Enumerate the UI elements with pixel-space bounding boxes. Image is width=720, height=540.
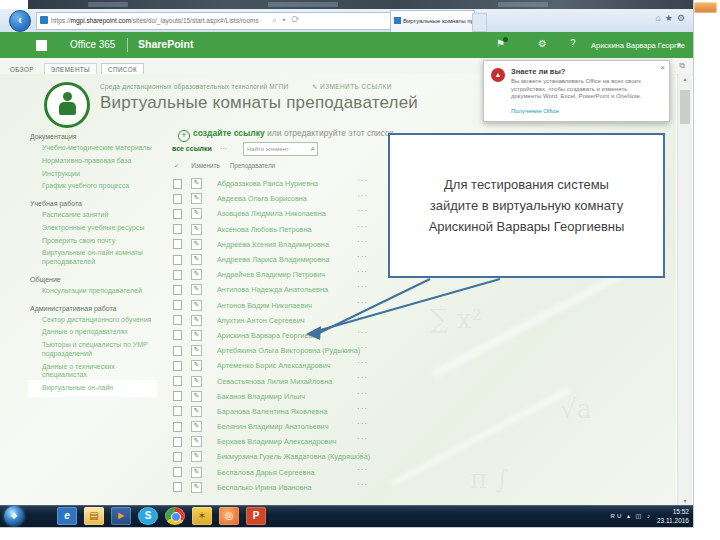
window-close-button[interactable]	[694, 2, 717, 13]
row-ellipsis-menu[interactable]: ···	[357, 206, 368, 215]
row-checkbox[interactable]	[173, 391, 182, 401]
row-checkbox[interactable]	[173, 482, 182, 492]
address-bar[interactable]: https://mgpi.sharepoint.com/sites/do/_la…	[36, 12, 393, 30]
powerpoint-icon[interactable]: P	[246, 507, 266, 525]
row-checkbox[interactable]	[173, 270, 182, 280]
row-ellipsis-menu[interactable]: ···	[357, 358, 368, 367]
teacher-link[interactable]: Беркаев Владимир Александрович	[217, 437, 336, 446]
table-row[interactable]: ✎Антонов Вадим Николаевич···	[170, 298, 590, 313]
row-ellipsis-menu[interactable]: ···	[357, 298, 368, 307]
file-explorer-icon[interactable]: ▤	[84, 507, 104, 525]
teacher-link[interactable]: Беспалько Ирина Ивановна	[217, 483, 312, 492]
edit-item-icon[interactable]: ✎	[191, 208, 202, 219]
tray-icons[interactable]: RU ▴ ◫ ♪	[611, 512, 652, 521]
user-menu[interactable]: Арискина Варвара Георгие	[591, 41, 685, 50]
sidebar-item[interactable]: Консультации преподавателей	[30, 285, 155, 298]
sidebar-item[interactable]: Виртуальные он-лайн комнаты преподавател…	[30, 247, 155, 269]
table-row[interactable]: ✎Артеменко Борис Александрович···	[170, 358, 590, 373]
row-checkbox[interactable]	[173, 422, 182, 432]
row-checkbox[interactable]	[173, 452, 182, 462]
edit-item-icon[interactable]: ✎	[191, 178, 202, 189]
teacher-link[interactable]: Баканов Владимир Ильич	[217, 392, 305, 401]
sidebar-item[interactable]: Проверить свою почту	[30, 235, 155, 248]
row-ellipsis-menu[interactable]: ···	[357, 343, 368, 352]
skype-icon[interactable]: S	[138, 507, 158, 525]
taskbar-clock[interactable]: 15:5223.11.2016	[657, 507, 689, 525]
row-ellipsis-menu[interactable]: ···	[357, 389, 368, 398]
row-ellipsis-menu[interactable]: ···	[357, 419, 368, 428]
edit-links-button[interactable]: ✎ ИЗМЕНИТЬ ССЫЛКИ	[312, 83, 392, 91]
table-row[interactable]: ✎Баканов Владимир Ильич···	[170, 389, 590, 404]
teacher-link[interactable]: Артеменко Борис Александрович	[217, 361, 331, 370]
edit-item-icon[interactable]: ✎	[191, 360, 202, 371]
back-button[interactable]: ‹	[9, 10, 31, 32]
edit-item-icon[interactable]: ✎	[191, 451, 202, 462]
new-tab-button[interactable]	[472, 13, 487, 32]
edit-item-icon[interactable]: ✎	[191, 330, 202, 341]
sidebar-item[interactable]: Нормативно-правовая база	[30, 155, 155, 168]
sidebar-item[interactable]: Электронные учебные ресурсы	[30, 222, 155, 235]
add-link-icon[interactable]: +	[178, 130, 190, 142]
row-checkbox[interactable]	[173, 346, 182, 356]
teacher-link[interactable]: Баранова Валентина Яковлевна	[217, 407, 327, 416]
sidebar-item[interactable]: Виртуальные он-лайн	[30, 382, 155, 395]
search-icon[interactable]: ⌕	[311, 143, 315, 155]
start-button[interactable]: ❖	[4, 506, 24, 526]
table-row[interactable]: ✎Баранова Валентина Яковлевна···	[170, 404, 590, 419]
row-checkbox[interactable]	[173, 194, 182, 204]
edit-column-header[interactable]: Изменить	[191, 162, 219, 169]
table-row[interactable]: ✎Апухтин Антон Сергеевич···	[170, 313, 590, 328]
edit-item-icon[interactable]: ✎	[191, 269, 202, 280]
edit-item-icon[interactable]: ✎	[191, 436, 202, 447]
sidebar-item[interactable]: Сектор дистанционного обучения	[30, 314, 155, 327]
table-row[interactable]: ✎Беспалова Дарья Сергеевна···	[170, 465, 590, 480]
page-scrollbar[interactable]: ▴ ▾	[677, 74, 692, 505]
scroll-down-icon[interactable]: ▾	[678, 497, 692, 504]
table-row[interactable]: ✎Беркаев Владимир Александрович···	[170, 434, 590, 449]
row-ellipsis-menu[interactable]: ···	[357, 313, 368, 322]
teacher-link[interactable]: Арискина Варвара Георгиевна	[217, 331, 320, 340]
settings-gear-icon[interactable]: ⚙	[538, 38, 547, 49]
table-row[interactable]: ✎Артебякина Ольга Викторовна (Рудыкина)·…	[170, 343, 590, 358]
row-ellipsis-menu[interactable]: ···	[357, 191, 368, 200]
site-logo[interactable]	[44, 82, 90, 128]
current-view-link[interactable]: все ссылки	[172, 145, 212, 152]
view-more-menu[interactable]: ···	[220, 145, 227, 152]
row-checkbox[interactable]	[173, 209, 182, 219]
row-ellipsis-menu[interactable]: ···	[357, 282, 368, 291]
row-checkbox[interactable]	[173, 330, 182, 340]
teacher-link[interactable]: Андрейчев Владимир Петрович	[217, 270, 325, 279]
edit-item-icon[interactable]: ✎	[191, 224, 202, 235]
browser-action-icons[interactable]: ⌂★⚙	[655, 13, 689, 23]
edit-item-icon[interactable]: ✎	[191, 193, 202, 204]
edit-item-icon[interactable]: ✎	[191, 345, 202, 356]
teacher-link[interactable]: Артебякина Ольга Викторовна (Рудыкина)	[217, 346, 360, 355]
popup-close-icon[interactable]: ×	[660, 63, 665, 72]
sidebar-item[interactable]: График учебного процесса	[30, 180, 155, 193]
sidebar-item[interactable]: Тьюторы и специалисты по УМР подразделен…	[30, 339, 155, 361]
focus-mode-icon[interactable]: ⧉	[679, 61, 685, 71]
sidebar-item[interactable]: Данные о технических специалистах	[30, 361, 155, 383]
row-checkbox[interactable]	[173, 315, 182, 325]
row-ellipsis-menu[interactable]: ···	[357, 267, 368, 276]
search-input[interactable]: Найти элемент⌕	[243, 142, 318, 156]
row-checkbox[interactable]	[173, 179, 182, 189]
edit-item-icon[interactable]: ✎	[191, 254, 202, 265]
row-checkbox[interactable]	[173, 376, 182, 386]
teacher-link[interactable]: Бикмурзина Гузель Жавдатовна (Кудряшова)	[217, 452, 370, 461]
sharepoint-link[interactable]: SharePoint	[138, 38, 193, 50]
edit-item-icon[interactable]: ✎	[191, 391, 202, 402]
teacher-link[interactable]: Азовцева Людмила Николаевна	[217, 209, 326, 218]
sidebar-item[interactable]: Данные о преподавателях	[30, 326, 155, 339]
teacher-link[interactable]: Беспалова Дарья Сергеевна	[217, 468, 315, 477]
app-icon-yellow[interactable]: ✶	[192, 507, 212, 525]
help-icon[interactable]: ?	[570, 38, 576, 49]
row-ellipsis-menu[interactable]: ···	[357, 404, 368, 413]
media-player-icon[interactable]: ▶	[111, 507, 131, 525]
edit-item-icon[interactable]: ✎	[191, 284, 202, 295]
row-checkbox[interactable]	[173, 300, 182, 310]
table-row[interactable]: ✎Беспалько Ирина Ивановна···	[170, 480, 590, 495]
app-icon-orange[interactable]: ◎	[219, 507, 239, 525]
teacher-link[interactable]: Севастьянова Лилия Михайловна	[217, 377, 332, 386]
row-ellipsis-menu[interactable]: ···	[357, 252, 368, 261]
